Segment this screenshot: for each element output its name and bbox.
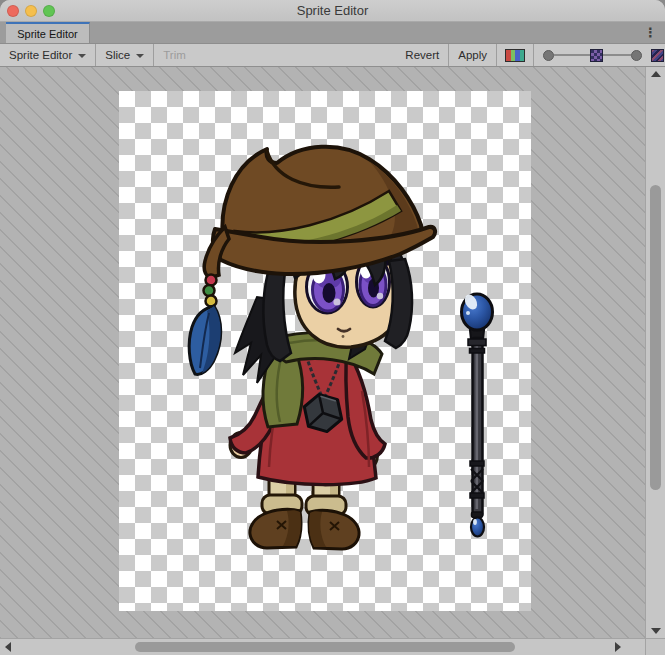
trim-label: Trim <box>163 49 186 61</box>
tab-bar: Sprite Editor ⋮ <box>0 22 665 44</box>
bead-green <box>204 285 215 296</box>
mip-slider-track[interactable] <box>603 54 631 56</box>
horizontal-scrollbar-thumb[interactable] <box>135 642 515 652</box>
sprite-editor-window: Sprite Editor Sprite Editor ⋮ Sprite Edi… <box>0 0 665 655</box>
vertical-scrollbar[interactable] <box>645 67 665 638</box>
sprite-artwork <box>119 91 531 611</box>
character-boots <box>250 509 359 549</box>
scroll-left-arrow-icon[interactable] <box>5 642 11 652</box>
chevron-down-icon <box>78 54 86 58</box>
revert-label: Revert <box>405 49 439 61</box>
apply-button[interactable]: Apply <box>449 44 496 66</box>
zoom-and-mip-sliders <box>534 44 665 66</box>
zoom-icon[interactable] <box>43 5 55 17</box>
kebab-vertical-icon[interactable]: ⋮ <box>644 22 657 43</box>
slice-dropdown[interactable]: Slice <box>96 44 153 66</box>
bead-red <box>206 275 217 286</box>
title-bar: Sprite Editor <box>0 0 665 22</box>
rgb-stripes-icon[interactable] <box>505 49 525 62</box>
sprite-editor-canvas[interactable] <box>0 67 665 655</box>
toolbar-separator <box>496 44 497 66</box>
sprite-editor-mode-dropdown[interactable]: Sprite Editor <box>0 44 95 66</box>
window-controls <box>7 5 55 17</box>
minimize-icon[interactable] <box>25 5 37 17</box>
toolbar: Sprite Editor Slice Trim Revert Apply <box>0 44 665 67</box>
chevron-down-icon <box>136 54 144 58</box>
zoom-slider-knob[interactable] <box>543 50 554 61</box>
slice-label: Slice <box>105 49 130 61</box>
tab-label: Sprite Editor <box>17 28 78 40</box>
sprite-editor-mode-label: Sprite Editor <box>9 49 72 61</box>
apply-label: Apply <box>458 49 487 61</box>
close-icon[interactable] <box>7 5 19 17</box>
horizontal-scrollbar[interactable] <box>0 638 645 655</box>
toolbar-right-group: Revert Apply <box>396 44 665 66</box>
hat-charm <box>189 275 221 375</box>
tab-sprite-editor[interactable]: Sprite Editor <box>6 22 90 43</box>
texture-transparency-checkerboard[interactable] <box>119 91 531 611</box>
zoom-slider-track[interactable] <box>554 54 590 56</box>
vertical-scrollbar-thumb[interactable] <box>650 185 661 490</box>
mip-slider-knob[interactable] <box>631 50 642 61</box>
character-sprite <box>189 147 435 549</box>
staff-foot-gem <box>471 518 484 537</box>
scroll-right-arrow-icon[interactable] <box>615 642 621 652</box>
scroll-down-arrow-icon[interactable] <box>651 628 661 634</box>
scrollbar-corner <box>645 638 665 655</box>
scroll-up-arrow-icon[interactable] <box>651 71 661 77</box>
staff-sprite <box>462 292 493 536</box>
trim-button[interactable]: Trim <box>154 44 195 66</box>
revert-button[interactable]: Revert <box>396 44 448 66</box>
checker-texture-icon <box>590 49 603 62</box>
striped-texture-icon <box>651 49 664 62</box>
window-title: Sprite Editor <box>0 0 665 21</box>
